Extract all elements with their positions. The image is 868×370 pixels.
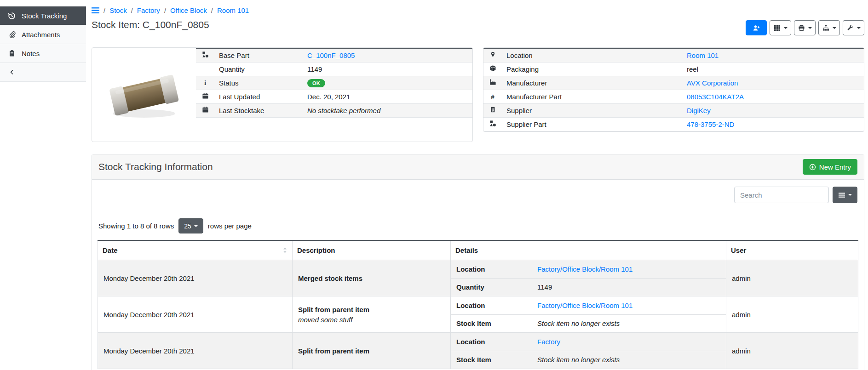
detail-location-link[interactable]: Factory/Office Block/Room 101 — [537, 302, 632, 309]
detail-key: Location — [451, 333, 532, 351]
history-icon — [8, 12, 16, 20]
row-description: Split from parent item — [298, 306, 445, 313]
detail-label: Supplier Part — [502, 117, 682, 131]
row-description: Split from parent item — [298, 347, 445, 355]
quantity-value: 1149 — [303, 62, 472, 76]
column-header-date[interactable]: Date — [98, 240, 293, 260]
breadcrumb-separator: / — [211, 6, 213, 14]
page-size-value: 25 — [184, 222, 191, 230]
display-options-button[interactable] — [770, 20, 791, 35]
breadcrumb: / Stock / Factory / Office Block / Room … — [92, 6, 864, 14]
industry-icon — [489, 79, 496, 85]
detail-key: Stock Item — [451, 351, 532, 369]
tracking-table: Date Description Details User — [98, 240, 858, 369]
user-actions-button[interactable] — [746, 20, 767, 35]
row-user: admin — [726, 333, 858, 369]
item-detail-table-left: Base Part C_100nF_0805 Quantity 1149 i S… — [196, 48, 472, 118]
manufacturer-part-link[interactable]: 08053C104KAT2A — [687, 93, 744, 101]
sidebar-item-stock-tracking[interactable]: Stock Tracking — [0, 6, 86, 25]
item-detail-panels: Base Part C_100nF_0805 Quantity 1149 i S… — [92, 47, 864, 142]
sidebar-collapse-button[interactable] — [0, 63, 86, 82]
detail-row-last-stocktake: Last Stocktake No stocktake performed — [196, 103, 472, 117]
item-actions-button[interactable] — [843, 20, 864, 35]
item-detail-panel-left: Base Part C_100nF_0805 Quantity 1149 i S… — [92, 47, 473, 142]
grid-icon — [774, 24, 781, 31]
showing-text: Showing 1 to 8 of 8 rows — [98, 222, 174, 230]
hash-icon: # — [491, 93, 494, 101]
detail-location-link[interactable]: Factory — [537, 338, 560, 346]
column-header-details[interactable]: Details — [451, 240, 726, 260]
sidebar-item-attachments[interactable]: Attachments — [0, 25, 86, 44]
table-tools-row — [92, 180, 864, 203]
breadcrumb-link-room-101[interactable]: Room 101 — [217, 6, 249, 14]
map-marker-icon — [489, 51, 496, 58]
tracking-row: Monday December 20th 2021 Split from par… — [98, 296, 858, 333]
detail-row-location: Location Room 101 — [483, 48, 864, 62]
new-entry-button[interactable]: New Entry — [803, 159, 857, 175]
last-updated-value: Dec. 20, 2021 — [303, 90, 472, 103]
info-icon: i — [204, 79, 206, 86]
detail-label: Last Updated — [214, 90, 303, 103]
detail-row-status: i Status OK — [196, 76, 472, 90]
sidebar: Stock Tracking Attachments Notes — [0, 0, 86, 82]
pagination-info-row: Showing 1 to 8 of 8 rows 25 rows per pag… — [92, 218, 864, 233]
detail-label: Last Stocktake — [214, 103, 303, 117]
packaging-value: reel — [682, 62, 864, 76]
title-row: Stock Item: C_100nF_0805 — [92, 19, 864, 35]
detail-key: Location — [451, 296, 532, 314]
detail-label: Status — [214, 76, 303, 90]
printer-icon — [798, 24, 805, 31]
status-badge: OK — [307, 79, 325, 87]
columns-button[interactable] — [833, 187, 857, 203]
detail-label: Packaging — [502, 62, 682, 76]
detail-row-manufacturer-part: # Manufacturer Part 08053C104KAT2A — [483, 90, 864, 103]
detail-row-supplier-part: Supplier Part 478-3755-2-ND — [483, 117, 864, 131]
breadcrumb-link-stock[interactable]: Stock — [109, 6, 127, 14]
main-content: / Stock / Factory / Office Block / Room … — [86, 0, 868, 370]
page-size-button[interactable]: 25 — [178, 218, 203, 233]
menu-icon[interactable] — [92, 7, 99, 14]
column-header-user[interactable]: User — [726, 240, 858, 260]
manufacturer-link[interactable]: AVX Corporation — [687, 79, 738, 87]
sidebar-item-label: Notes — [22, 50, 40, 57]
detail-label: Location — [502, 48, 682, 62]
breadcrumb-link-factory[interactable]: Factory — [137, 6, 160, 14]
detail-row-packaging: Packaging reel — [483, 62, 864, 76]
detail-label: Supplier — [502, 103, 682, 117]
detail-key: Stock Item — [451, 314, 532, 332]
supplier-link[interactable]: DigiKey — [687, 107, 711, 114]
shapes-icon — [489, 120, 496, 127]
row-details-table: Location Factory/Office Block/Room 101 S… — [451, 296, 726, 332]
page-title: Stock Item: C_100nF_0805 — [92, 19, 209, 30]
app-window: Stock Tracking Attachments Notes / — [0, 0, 868, 370]
detail-value: Stock item no longer exists — [532, 314, 726, 332]
shapes-icon — [201, 51, 209, 58]
calendar-icon — [201, 92, 209, 99]
sort-icon — [282, 247, 287, 254]
sidebar-item-notes[interactable]: Notes — [0, 44, 86, 63]
location-link[interactable]: Room 101 — [687, 51, 719, 59]
toolbar — [746, 20, 864, 35]
calendar-icon — [201, 106, 209, 113]
sidebar-item-label: Attachments — [22, 31, 60, 39]
caret-down-icon — [194, 225, 198, 227]
capacitor-image — [100, 62, 188, 128]
detail-row-manufacturer: Manufacturer AVX Corporation — [483, 76, 864, 90]
sidebar-item-label: Stock Tracking — [22, 12, 67, 20]
base-part-link[interactable]: C_100nF_0805 — [307, 51, 355, 59]
stock-actions-button[interactable] — [818, 20, 840, 35]
detail-location-link[interactable]: Factory/Office Block/Room 101 — [537, 265, 632, 273]
caret-down-icon — [857, 27, 861, 29]
detail-key: Location — [451, 260, 532, 278]
row-user: admin — [726, 296, 858, 333]
column-header-description[interactable]: Description — [293, 240, 451, 260]
breadcrumb-separator: / — [164, 6, 166, 14]
row-date: Monday December 20th 2021 — [98, 296, 293, 333]
row-user: admin — [726, 260, 858, 296]
breadcrumb-link-office-block[interactable]: Office Block — [170, 6, 207, 14]
search-input[interactable] — [734, 187, 829, 203]
row-description-note: moved some stuff — [298, 316, 445, 324]
supplier-part-link[interactable]: 478-3755-2-ND — [687, 120, 734, 128]
detail-label: Manufacturer — [502, 76, 682, 90]
print-actions-button[interactable] — [794, 20, 816, 35]
